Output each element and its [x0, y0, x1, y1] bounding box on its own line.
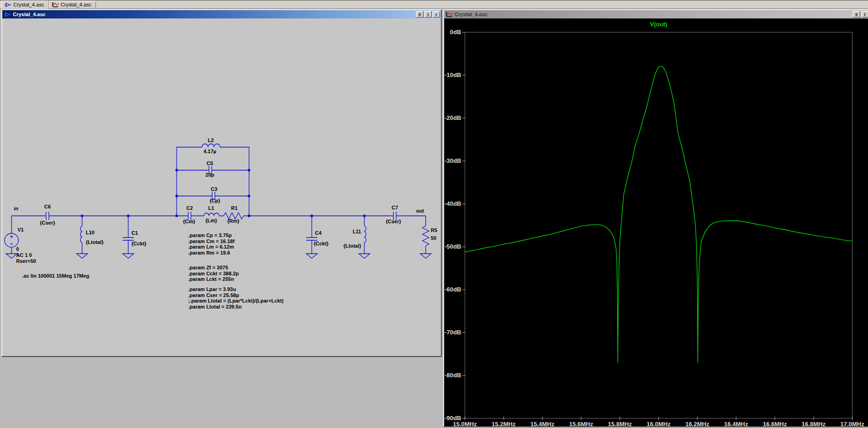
ground-symbol: [123, 254, 134, 258]
svg-text:20p: 20p: [206, 172, 214, 178]
document-tabbar: Crystal_4.asc Crystal_4.asc: [0, 0, 868, 9]
close-button[interactable]: r: [433, 11, 440, 18]
y-axis-label: -60dB: [445, 286, 461, 293]
tab-label: Crystal_4.asc: [61, 2, 92, 7]
svg-text:{Ltotal}: {Ltotal}: [344, 243, 362, 249]
junction-dot: [311, 215, 313, 217]
minimize-button[interactable]: 0: [853, 11, 860, 18]
vout-trace: [465, 66, 852, 363]
svg-text:L1: L1: [208, 205, 214, 211]
schematic-window-titlebar[interactable]: Crystal_4.asc 0 1 r: [2, 10, 441, 18]
component-R5[interactable]: R5 50: [422, 226, 437, 246]
window-title: Crystal_4.asc: [13, 12, 46, 17]
component-C5[interactable]: C5 20p: [206, 160, 214, 178]
y-axis-label: -10dB: [445, 71, 461, 78]
svg-text:L10: L10: [86, 230, 95, 235]
component-C7[interactable]: C7 {Cser}: [386, 205, 401, 224]
titlebar-buttons: 0 1: [853, 11, 868, 18]
svg-text:Rser=50: Rser=50: [16, 258, 36, 264]
svg-text:C3: C3: [211, 186, 217, 192]
y-axis-label: -20dB: [445, 114, 461, 121]
svg-text:.param Rm = 19.6[interactable]: .param Rm = 19.6: [188, 250, 230, 256]
svg-text:{Cp}: {Cp}: [209, 198, 220, 203]
component-L10[interactable]: L10 {Ltotal}: [80, 226, 104, 245]
svg-text:.param Zf = 3075[interactable]: .param Zf = 3075: [188, 265, 228, 270]
svg-text:C6: C6: [44, 204, 51, 209]
svg-text:.param Cser = 25.58p[interactable]: .param Cser = 25.58p: [188, 292, 239, 298]
waveform-icon: [52, 2, 59, 8]
component-L2[interactable]: L2 4.17µ: [202, 137, 220, 154]
svg-text:.param Cm = 16.18f[interactable]: .param Cm = 16.18f: [188, 238, 235, 244]
svg-text:C2: C2: [186, 205, 193, 211]
svg-text:AC 1 0: AC 1 0: [16, 252, 32, 258]
net-label-out[interactable]: out: [416, 208, 424, 214]
maximize-button[interactable]: 1: [424, 11, 432, 18]
svg-text:{Cckt}: {Cckt}: [314, 241, 329, 246]
y-axis-label: -40dB: [445, 200, 461, 207]
component-R1[interactable]: R1 {Rm}: [224, 205, 244, 224]
svg-text:.param Lckt = 255n[interactable]: .param Lckt = 255n: [188, 276, 234, 282]
component-C4[interactable]: C4 {Cckt}: [306, 230, 329, 246]
junction-dot: [176, 169, 178, 172]
schematic-client: in out V1 0 AC 1 0 Rser=50 C6 {Cser}: [2, 18, 441, 356]
junction-dot: [248, 169, 250, 172]
svg-text:.param Lpar = 3.93u[interactable]: .param Lpar = 3.93u: [188, 286, 236, 292]
schematic-canvas[interactable]: in out V1 0 AC 1 0 Rser=50 C6 {Cser}: [2, 18, 441, 356]
component-C2[interactable]: C2 {Cm}: [183, 205, 196, 224]
junction-dot: [176, 215, 178, 217]
titlebar-buttons: 0 1 r: [416, 11, 440, 18]
plot-window-titlebar[interactable]: Crystal_4.asc 0 1: [444, 10, 868, 18]
maximize-button[interactable]: 1: [861, 11, 868, 18]
x-axis-label: 17.0MHz: [840, 421, 865, 426]
x-axis-label: 16.8MHz: [802, 421, 826, 426]
svg-text:{Lm}: {Lm}: [205, 218, 217, 223]
tab-label: Crystal_4.asc: [13, 2, 44, 7]
ltspice-root: { "tabs": [ { "label": "Crystal_4.asc", …: [0, 0, 868, 428]
junction-dot: [363, 215, 366, 217]
svg-text:V1: V1: [18, 227, 24, 232]
tab-waveform[interactable]: Crystal_4.asc: [49, 1, 96, 8]
mdi-area: Crystal_4.asc 0 1 r: [0, 9, 868, 428]
svg-text:{Cckt}: {Cckt}: [131, 241, 147, 246]
svg-text:.param Cckt = 388.2p[interactable]: .param Cckt = 388.2p: [188, 271, 239, 276]
net-label-in[interactable]: in: [14, 206, 18, 211]
svg-text:4.17µ: 4.17µ: [203, 149, 216, 154]
ground-symbol: [77, 254, 88, 258]
ac-directive[interactable]: .ac lin 100001 15Meg 17Meg: [22, 273, 89, 279]
waveform-plot[interactable]: 0dB-10dB-20dB-30dB-40dB-50dB-60dB-70dB-8…: [444, 18, 868, 426]
svg-text:C7: C7: [392, 205, 398, 210]
component-C6[interactable]: C6 {Cser}: [40, 204, 55, 226]
y-axis-label: 0dB: [450, 29, 461, 36]
x-axis-label: 16.6MHz: [763, 421, 787, 426]
tab-schematic[interactable]: Crystal_4.asc: [1, 0, 49, 9]
svg-text:{Cser}: {Cser}: [386, 219, 401, 224]
spice-directives[interactable]: .ac lin 100001 15Meg 17Meg .param Cp = 3…: [22, 232, 284, 309]
minimize-button[interactable]: 0: [416, 11, 423, 18]
trace-legend[interactable]: V(out): [650, 21, 667, 28]
waveform-icon: [446, 12, 453, 18]
svg-text:R1: R1: [231, 205, 238, 211]
svg-text:C1: C1: [131, 230, 138, 236]
svg-text:C5: C5: [207, 160, 213, 166]
svg-text:.param Cp = 3.75p[interactable]: .param Cp = 3.75p: [188, 232, 232, 238]
junction-dot: [176, 195, 178, 197]
plot-border: [465, 32, 852, 418]
junction-dot: [248, 215, 250, 217]
x-axis-label: 16.0MHz: [647, 421, 671, 426]
component-L11[interactable]: L11 {Ltotal}: [344, 226, 366, 249]
svg-text:;.param Ltotal = (Lpar*Lckt)/([interactable]: ;.param Ltotal = (Lpar*Lckt)/(Lpar+Lckt): [188, 298, 284, 303]
ground-symbol: [359, 254, 370, 258]
svg-text:L2: L2: [208, 137, 214, 143]
schematic-icon: [4, 2, 12, 8]
component-L1[interactable]: L1 {Lm}: [204, 205, 219, 223]
svg-text:.param Ltotal = 239.5n[interactable]: .param Ltotal = 239.5n: [188, 304, 242, 309]
svg-text:0: 0: [16, 246, 19, 252]
svg-text:.param Lm = 6.12m[interactable]: .param Lm = 6.12m: [188, 244, 234, 250]
y-axis-label: -70dB: [445, 329, 461, 336]
component-C3[interactable]: C3 {Cp}: [209, 186, 220, 203]
window-title: Crystal_4.asc: [455, 12, 488, 17]
svg-text:L11: L11: [353, 229, 361, 234]
x-axis-label: 15.8MHz: [608, 421, 632, 426]
y-axis-label: -80dB: [445, 372, 461, 379]
component-C1[interactable]: C1 {Cckt}: [123, 230, 147, 246]
